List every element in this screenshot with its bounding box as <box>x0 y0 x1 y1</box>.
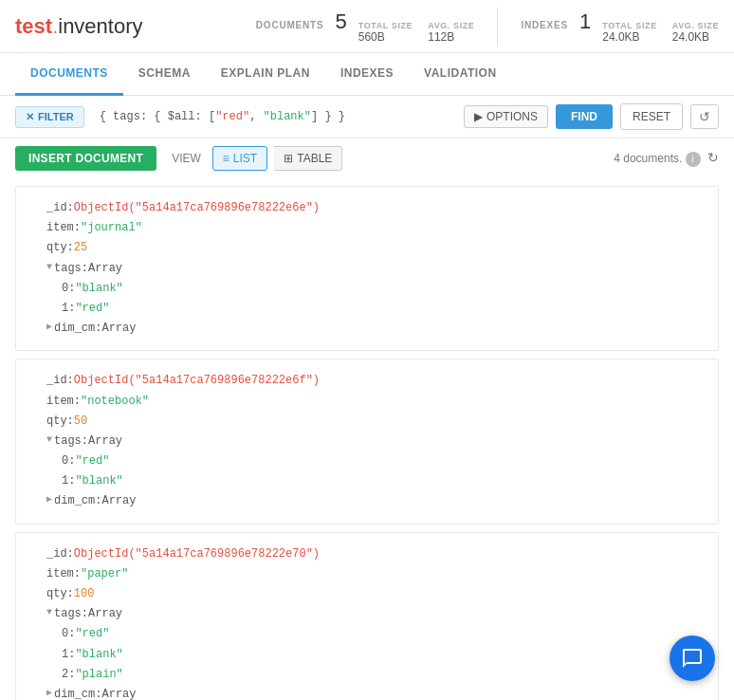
idx-total-size-value: 24.0KB <box>602 30 657 44</box>
doc-0-dimcm-line: ▶dim_cm: Array <box>31 319 703 339</box>
header: test.inventory DOCUMENTS 5 TOTAL SIZE 56… <box>0 0 734 53</box>
doc-2-tag-1-line: 1: "blank" <box>31 645 703 665</box>
toolbar: ✕ FILTER { tags: { $all: ["red", "blank"… <box>0 96 734 138</box>
query-comma: , <box>249 110 263 123</box>
doc-0-tags-toggle[interactable]: ▼ <box>46 260 52 275</box>
document-card-1: _id: ObjectId("5a14a17ca769896e78222e6f"… <box>15 359 719 524</box>
doc-2-qty-line: qty: 100 <box>31 584 703 604</box>
list-view-button[interactable]: ≡ LIST <box>212 146 267 171</box>
table-icon: ⊞ <box>284 152 293 165</box>
insert-document-button[interactable]: INSERT DOCUMENT <box>15 146 156 171</box>
doc-1-dimcm-toggle[interactable]: ▶ <box>46 492 52 507</box>
filter-query: { tags: { $all: ["red", "blank"] } } <box>92 106 456 127</box>
header-stats: DOCUMENTS 5 TOTAL SIZE 560B AVG. SIZE 11… <box>256 8 719 46</box>
doc-2-item-line: item: "paper" <box>31 564 703 584</box>
tab-documents[interactable]: DOCUMENTS <box>15 53 123 96</box>
indexes-label: INDEXES <box>521 20 568 30</box>
doc-2-dimcm-toggle[interactable]: ▶ <box>46 686 52 700</box>
document-card-2: _id: ObjectId("5a14a17ca769896e78222e70"… <box>15 532 719 700</box>
list-icon: ≡ <box>223 152 229 165</box>
documents-stat: DOCUMENTS 5 TOTAL SIZE 560B AVG. SIZE 11… <box>256 9 475 44</box>
chat-button[interactable] <box>670 636 715 681</box>
idx-total-size: TOTAL SIZE 24.0KB <box>602 21 657 44</box>
doc-0-tags-line: ▼tags: Array <box>31 259 703 279</box>
query-operator: $all <box>168 110 195 123</box>
docs-total-size-label: TOTAL SIZE <box>358 21 413 30</box>
docs-total-size: TOTAL SIZE 560B <box>358 21 413 44</box>
options-arrow-icon: ▶ <box>474 110 483 123</box>
doc-0-tag-0-line: 0: "blank" <box>31 279 703 299</box>
tab-schema[interactable]: SCHEMA <box>123 53 206 96</box>
documents-list: _id: ObjectId("5a14a17ca769896e78222e6e"… <box>0 186 734 700</box>
document-count: 4 documents. i ↻ <box>614 150 719 167</box>
indexes-stat: INDEXES 1 TOTAL SIZE 24.0KB AVG. SIZE 24… <box>521 9 719 44</box>
query-val2: "blank" <box>264 110 311 123</box>
action-bar: INSERT DOCUMENT VIEW ≡ LIST ⊞ TABLE 4 do… <box>0 138 734 178</box>
list-label: LIST <box>233 152 257 165</box>
idx-avg-size: AVG. SIZE 24.0KB <box>672 21 719 44</box>
documents-sub: TOTAL SIZE 560B AVG. SIZE 112B <box>358 21 475 44</box>
options-label: OPTIONS <box>486 110 538 123</box>
query-val1: "red" <box>215 110 249 123</box>
query-field: tags <box>113 110 140 123</box>
documents-label: DOCUMENTS <box>256 20 324 30</box>
doc-1-dimcm-line: ▶dim_cm: Array <box>31 491 703 511</box>
doc-0-tag-1-line: 1: "red" <box>31 299 703 319</box>
history-button[interactable]: ↺ <box>690 104 719 129</box>
doc-2-tags-line: ▼tags: Array <box>31 604 703 624</box>
filter-x-icon: ✕ <box>26 111 34 123</box>
view-label: VIEW <box>172 152 201 165</box>
docs-avg-size-label: AVG. SIZE <box>428 21 474 30</box>
indexes-count: 1 <box>579 9 591 34</box>
doc-2-tag-0-line: 0: "red" <box>31 624 703 644</box>
doc-1-qty-line: qty: 50 <box>31 412 703 432</box>
tab-validation[interactable]: VALIDATION <box>409 53 512 96</box>
info-icon[interactable]: i <box>686 152 701 167</box>
documents-count: 5 <box>335 9 346 34</box>
tabs: DOCUMENTS SCHEMA EXPLAIN PLAN INDEXES VA… <box>0 53 734 96</box>
filter-label: FILTER <box>38 111 74 122</box>
doc-1-tags-toggle[interactable]: ▼ <box>46 433 52 448</box>
table-view-button[interactable]: ⊞ TABLE <box>274 146 342 171</box>
options-button[interactable]: ▶ OPTIONS <box>464 105 548 128</box>
logo-test: test <box>15 14 52 38</box>
doc-2-dimcm-line: ▶dim_cm: Array <box>31 685 703 700</box>
indexes-sub: TOTAL SIZE 24.0KB AVG. SIZE 24.0KB <box>602 21 719 44</box>
doc-2-tags-toggle[interactable]: ▼ <box>46 605 52 620</box>
logo-inventory: inventory <box>58 14 142 38</box>
tab-indexes[interactable]: INDEXES <box>325 53 409 96</box>
tab-explain-plan[interactable]: EXPLAIN PLAN <box>206 53 325 96</box>
idx-avg-size-label: AVG. SIZE <box>672 21 719 30</box>
doc-0-qty-line: qty: 25 <box>31 238 703 258</box>
query-colon: : { <box>140 110 168 123</box>
doc-0-item-line: item: "journal" <box>31 218 703 238</box>
doc-1-id-line: _id: ObjectId("5a14a17ca769896e78222e6f"… <box>31 371 703 391</box>
doc-2-tag-2-line: 2: "plain" <box>31 665 703 685</box>
query-open-brace: { <box>100 110 113 123</box>
docs-total-size-value: 560B <box>358 30 413 44</box>
doc-1-tag-1-line: 1: "blank" <box>31 471 703 491</box>
idx-total-size-label: TOTAL SIZE <box>602 21 657 30</box>
docs-avg-size-value: 112B <box>428 30 474 44</box>
doc-2-id-line: _id: ObjectId("5a14a17ca769896e78222e70"… <box>31 544 703 564</box>
history-icon: ↺ <box>699 109 710 124</box>
logo: test.inventory <box>15 14 143 39</box>
doc-1-tag-0-line: 0: "red" <box>31 451 703 471</box>
docs-avg-size: AVG. SIZE 112B <box>428 21 474 44</box>
find-button[interactable]: FIND <box>556 104 613 129</box>
document-card-0: _id: ObjectId("5a14a17ca769896e78222e6e"… <box>15 186 719 351</box>
idx-avg-size-value: 24.0KB <box>672 30 719 44</box>
doc-0-id-line: _id: ObjectId("5a14a17ca769896e78222e6e"… <box>31 198 703 218</box>
refresh-icon[interactable]: ↻ <box>707 150 719 165</box>
chat-icon <box>681 647 704 670</box>
stat-divider <box>497 8 498 46</box>
doc-0-dimcm-toggle[interactable]: ▶ <box>46 320 52 335</box>
table-label: TABLE <box>297 152 332 165</box>
doc-1-tags-line: ▼tags: Array <box>31 432 703 451</box>
filter-button[interactable]: ✕ FILTER <box>15 106 84 128</box>
doc-1-item-line: item: "notebook" <box>31 392 703 412</box>
query-close: ] } } <box>311 110 345 123</box>
query-colon2: : [ <box>195 110 216 123</box>
reset-button[interactable]: RESET <box>620 103 683 130</box>
